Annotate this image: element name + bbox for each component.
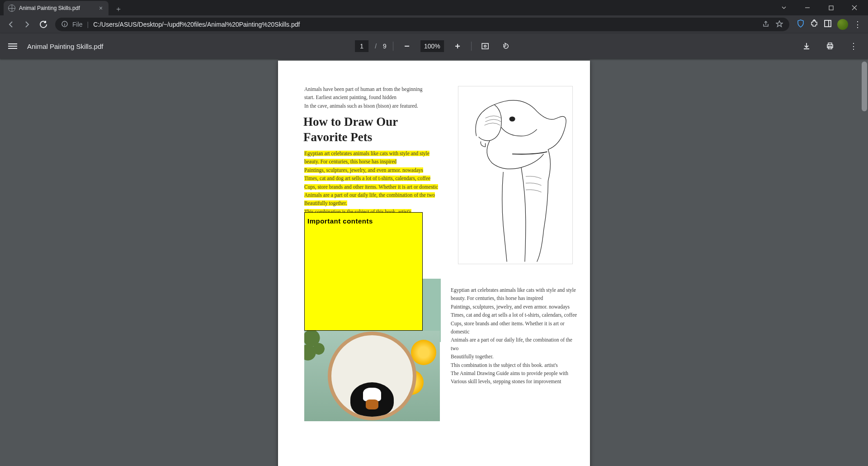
pdf-center-controls: / 9 <box>355 39 513 53</box>
tab-strip: Animal Painting Skills.pdf × ＋ <box>0 0 125 15</box>
page-total: 9 <box>383 43 387 50</box>
annotation-note[interactable]: Important contents <box>304 212 423 331</box>
document-title: Animal Painting Skills.pdf <box>27 43 103 50</box>
nav-reload-button[interactable] <box>36 17 51 32</box>
dog-head-icon <box>350 382 394 417</box>
share-icon[interactable] <box>762 20 769 29</box>
svg-point-2 <box>814 20 815 21</box>
annotation-text: Important contents <box>307 217 373 225</box>
window-minimize-button[interactable] <box>797 0 817 15</box>
page-separator: / <box>375 43 377 50</box>
pdf-right-controls: ⋮ <box>799 39 861 53</box>
text-line: The Animal Drawing Guide aims to provide… <box>451 369 579 377</box>
intro-line: In the cave, animals such as bison (biso… <box>304 102 440 110</box>
url-separator: | <box>87 21 89 28</box>
bookmark-star-icon[interactable] <box>776 20 783 29</box>
side-panel-icon[interactable] <box>824 19 832 29</box>
rotate-button[interactable] <box>499 39 513 53</box>
download-button[interactable] <box>799 39 814 53</box>
url-text: C:/Users/ASUS/Desktop/~/updf%20files/Ani… <box>93 21 300 28</box>
window-close-button[interactable] <box>844 0 864 15</box>
tab-close-icon[interactable]: × <box>98 5 104 12</box>
window-maximize-button[interactable] <box>821 0 841 15</box>
zoom-input[interactable] <box>420 40 444 52</box>
text-line: Egyptian art celebrates animals like cat… <box>451 286 579 294</box>
svg-rect-0 <box>829 6 833 10</box>
pdf-viewport[interactable]: Animals have been part of human art from… <box>0 59 868 466</box>
hl-line: Egyptian art celebrates animals like cat… <box>304 151 429 156</box>
pdf-toolbar: Animal Painting Skills.pdf / 9 <box>0 33 868 59</box>
highlighted-paragraph: Egyptian art celebrates animals like cat… <box>304 149 440 216</box>
pdf-more-icon[interactable]: ⋮ <box>846 39 861 53</box>
print-button[interactable] <box>823 39 837 53</box>
right-column-paragraph: Egyptian art celebrates animals like cat… <box>451 286 579 386</box>
text-line: Various skill levels, stepping stones fo… <box>451 377 579 385</box>
text-line: beauty. For centuries, this horse has in… <box>451 294 579 302</box>
menu-icon[interactable] <box>7 41 18 52</box>
text-line: This combination is the subject of this … <box>451 361 579 369</box>
dog-sketch-image <box>458 86 573 264</box>
nav-forward-button[interactable] <box>20 17 34 32</box>
window-controls <box>774 0 868 15</box>
text-line: Beautifully together. <box>451 352 579 361</box>
intro-paragraph: Animals have been part of human art from… <box>304 85 440 110</box>
page-heading: How to Draw Our Favorite Pets <box>303 114 439 145</box>
marigold-icon <box>411 340 436 365</box>
address-bar[interactable]: File | C:/Users/ASUS/Desktop/~/updf%20fi… <box>55 18 789 31</box>
svg-rect-8 <box>458 87 572 264</box>
globe-icon <box>8 5 15 12</box>
shield-icon[interactable] <box>797 19 805 29</box>
hl-line: Animals are a part of our daily life, th… <box>304 192 435 198</box>
hl-line: Paintings, sculptures, jewelry, and even… <box>304 167 423 173</box>
extensions-icon[interactable] <box>810 19 818 29</box>
browser-titlebar: Animal Painting Skills.pdf × ＋ <box>0 0 868 15</box>
text-line: Animals are a part of our daily life, th… <box>451 336 579 352</box>
divider <box>471 42 472 51</box>
browser-toolbar: File | C:/Users/ASUS/Desktop/~/updf%20fi… <box>0 15 868 33</box>
zoom-in-button[interactable] <box>450 39 465 53</box>
svg-rect-3 <box>825 20 831 27</box>
tab-search-button[interactable] <box>774 0 794 15</box>
avatar[interactable] <box>837 19 848 30</box>
text-line: Paintings, sculptures, jewelry, and even… <box>451 303 579 311</box>
browser-tab[interactable]: Animal Painting Skills.pdf × <box>4 1 108 15</box>
extensions-area: ⋮ <box>794 19 864 30</box>
hl-line: Beautifully together. <box>304 200 347 206</box>
url-scheme: File <box>72 21 83 28</box>
heading-line: Favorite Pets <box>303 129 439 145</box>
hl-line: Times, cat and dog art sells a lot of t-… <box>304 176 430 181</box>
pdf-page: Animals have been part of human art from… <box>278 61 590 466</box>
scrollbar-thumb[interactable] <box>862 62 867 111</box>
intro-line: start. Earliest ancient painting, found … <box>304 93 440 101</box>
intro-line: Animals have been part of human art from… <box>304 85 440 93</box>
svg-rect-4 <box>482 43 488 49</box>
site-info-icon[interactable] <box>61 21 68 29</box>
heading-line: How to Draw Our <box>303 114 439 129</box>
new-tab-button[interactable]: ＋ <box>112 3 125 15</box>
nav-back-button[interactable] <box>4 17 18 32</box>
page-number-input[interactable] <box>355 40 368 52</box>
divider <box>393 42 393 51</box>
fit-page-button[interactable] <box>478 39 492 53</box>
text-line: Cups, store brands and other items. Whet… <box>451 319 579 336</box>
embroidery-hoop-icon <box>328 332 416 420</box>
hl-line: Cups, store brands and other items. Whet… <box>304 184 438 190</box>
svg-point-9 <box>509 117 515 121</box>
embroidery-photo <box>304 331 440 421</box>
zoom-out-button[interactable] <box>400 39 414 53</box>
text-line: Times, cat and dog art sells a lot of t-… <box>451 311 579 319</box>
tab-title: Animal Painting Skills.pdf <box>19 5 94 11</box>
browser-menu-icon[interactable]: ⋮ <box>854 19 862 29</box>
hl-line: beauty. For centuries, this horse has in… <box>304 159 396 164</box>
page-content: Animals have been part of human art from… <box>278 61 590 466</box>
